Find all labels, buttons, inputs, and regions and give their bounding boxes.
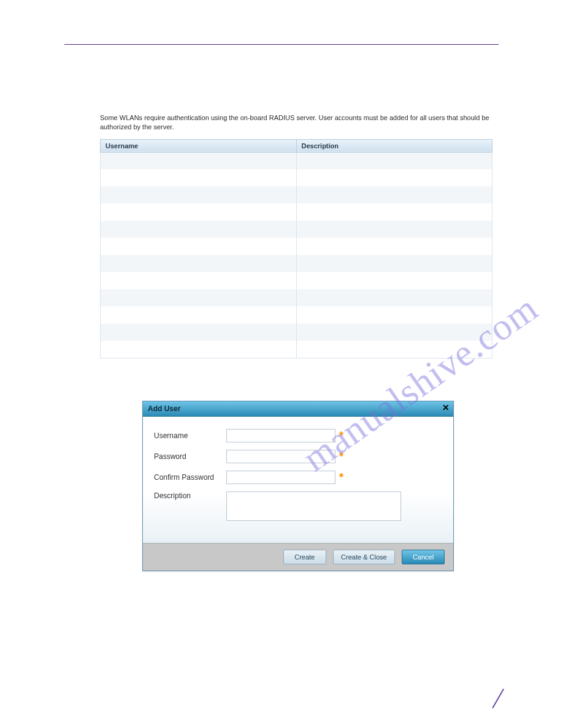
table-row	[101, 169, 492, 186]
column-header-description[interactable]: Description	[296, 139, 492, 152]
table-row	[101, 203, 492, 221]
table-row	[101, 221, 492, 238]
required-mark-icon: *	[339, 430, 343, 441]
table-row	[101, 272, 492, 289]
create-and-close-button[interactable]: Create & Close	[333, 550, 395, 564]
description-label: Description	[154, 491, 226, 500]
password-label: Password	[154, 452, 226, 461]
table-row	[101, 238, 492, 255]
confirm-password-label: Confirm Password	[154, 473, 226, 482]
dialog-body: Username * Password * Confirm Password *…	[143, 417, 453, 543]
username-input[interactable]	[226, 429, 335, 442]
page-corner-slash-icon	[480, 690, 498, 708]
username-label: Username	[154, 431, 226, 440]
table-row	[101, 324, 492, 341]
required-mark-icon: *	[339, 472, 343, 483]
dialog-footer: Create Create & Close Cancel	[143, 543, 453, 571]
column-header-username[interactable]: Username	[101, 139, 297, 152]
add-user-dialog: Add User ✕ Username * Password * Confirm…	[142, 401, 454, 571]
header-rule	[64, 44, 499, 45]
intro-paragraph: Some WLANs require authentication using …	[100, 113, 492, 132]
form-row-confirm-password: Confirm Password *	[154, 471, 442, 484]
dialog-title-text: Add User	[148, 404, 180, 413]
required-mark-icon: *	[339, 451, 343, 462]
table-header-row: Username Description	[101, 139, 492, 152]
form-row-description: Description	[154, 491, 442, 521]
table-row	[101, 255, 492, 272]
form-row-username: Username *	[154, 429, 442, 442]
confirm-password-input[interactable]	[226, 471, 335, 484]
user-accounts-table: Username Description	[100, 139, 492, 358]
password-input[interactable]	[226, 450, 335, 463]
content-area: Some WLANs require authentication using …	[100, 113, 492, 358]
form-row-password: Password *	[154, 450, 442, 463]
dialog-titlebar[interactable]: Add User ✕	[143, 401, 453, 417]
cancel-button[interactable]: Cancel	[402, 550, 445, 564]
table-row	[101, 152, 492, 169]
description-input[interactable]	[226, 491, 401, 521]
close-icon[interactable]: ✕	[442, 403, 450, 412]
table-row	[101, 306, 492, 324]
table-row	[101, 341, 492, 358]
table-row	[101, 289, 492, 306]
create-button[interactable]: Create	[283, 550, 326, 564]
table-row	[101, 186, 492, 203]
